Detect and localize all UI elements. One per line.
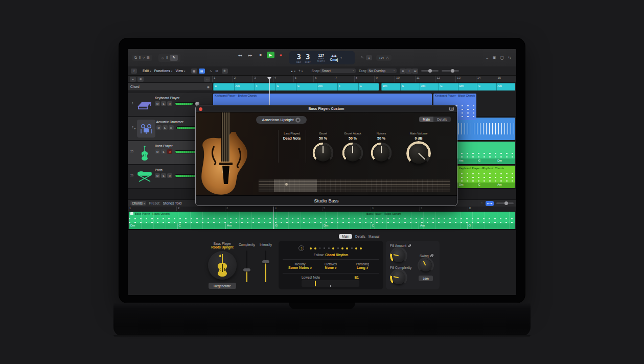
record-enable-button[interactable]: R	[169, 125, 174, 130]
solo-button[interactable]: S	[163, 125, 168, 130]
tab-main[interactable]: Main	[339, 234, 352, 239]
play-button[interactable]: ▶	[267, 52, 274, 58]
loop-tool-icon[interactable]: ⋈	[214, 69, 220, 74]
phrasing-select[interactable]: Long ⇵	[348, 266, 377, 269]
editor-region-roots-upright[interactable]: Bass Player - Roots Upright Bass Player …	[129, 212, 515, 229]
mixer-icon[interactable]: ⦀	[166, 56, 168, 60]
duplicate-track-icon[interactable]: ⊞	[137, 77, 144, 82]
stop-button[interactable]: ■	[257, 52, 264, 58]
link-icon[interactable]: ⇄	[449, 107, 454, 111]
mute-button[interactable]: M	[155, 101, 160, 106]
chord-cell[interactable]: Dm	[322, 223, 371, 229]
player-patch-name[interactable]: Roots Upright	[204, 245, 240, 249]
library-icon[interactable]: ⧉	[134, 56, 137, 60]
marquee-icon[interactable]: ⊟	[412, 69, 418, 74]
chord-cell[interactable]: Am	[419, 223, 467, 229]
lcd-chevron-icon[interactable]: ▾	[340, 56, 342, 59]
h-zoom-slider[interactable]	[421, 70, 439, 72]
add-track-icon[interactable]: +	[130, 77, 136, 82]
close-button[interactable]	[199, 107, 202, 111]
editor-mode-select[interactable]: Chords▾	[130, 201, 146, 206]
track-name[interactable]: Bass Player	[155, 144, 197, 148]
edit-menu[interactable]: Edit▾	[141, 69, 153, 73]
gear-icon[interactable]	[295, 118, 301, 123]
crosshair-icon[interactable]: ⊕	[400, 69, 406, 74]
slider-thumb[interactable]	[262, 260, 269, 263]
intensity-slider[interactable]	[262, 251, 269, 282]
plugin-title-bar[interactable]: Bass Player: Custom ⇄	[196, 105, 457, 112]
chord-cell[interactable]: C	[400, 83, 419, 90]
slider-thumb[interactable]	[315, 281, 316, 286]
v-zoom-slider[interactable]	[442, 70, 459, 72]
chord-cell[interactable]: C	[177, 223, 226, 229]
fade-tool-icon[interactable]: ∿	[208, 69, 214, 74]
chord-cell[interactable]: Dm	[381, 83, 400, 90]
level-meter[interactable]	[175, 150, 197, 153]
preset-value[interactable]: Stories Told	[163, 201, 181, 205]
mute-button[interactable]: M	[155, 149, 160, 154]
record-enable-button[interactable]: R	[167, 173, 172, 178]
solo-button[interactable]: S	[161, 101, 166, 106]
pencil-tool-icon[interactable]: ✎	[361, 56, 364, 60]
bass-style-dial[interactable]	[208, 251, 237, 280]
disclosure-icon[interactable]: ▸	[134, 127, 136, 140]
piano-roll-icon[interactable]: ▤	[199, 69, 205, 74]
chord-cell[interactable]: Am	[496, 83, 515, 90]
follow-value[interactable]: Chord Rhythm	[325, 253, 348, 257]
inspector-icon[interactable]: ⦀	[139, 56, 141, 60]
chord-cell[interactable]: F	[337, 83, 358, 90]
chord-cell[interactable]: G	[467, 223, 516, 229]
complexity-slider[interactable]	[243, 251, 250, 282]
chord-cell[interactable]: Am	[420, 83, 439, 90]
grid-view-icon[interactable]: ▦	[191, 69, 197, 74]
chord-cell[interactable]: C	[477, 83, 496, 90]
melody-select[interactable]: Some Notes ⇵	[286, 266, 314, 269]
fill-complexity-knob[interactable]	[392, 271, 405, 284]
noises-knob[interactable]	[373, 145, 390, 162]
chord-cell[interactable]: C	[296, 83, 317, 90]
flex-icon[interactable]: ✣	[222, 69, 228, 74]
chord-track-power-icon[interactable]: ◉	[207, 85, 210, 88]
chord-cell[interactable]: G	[274, 223, 323, 229]
plugin-window-bass-player[interactable]: Bass Player: Custom ⇄	[195, 105, 457, 206]
solo-button[interactable]: S	[161, 173, 166, 178]
chord-cell[interactable]: Am	[225, 223, 274, 229]
editor-playhead[interactable]	[273, 207, 274, 229]
count-in-icon[interactable]: 1	[366, 55, 372, 60]
swing-knob[interactable]	[420, 259, 432, 271]
toolbar-icon[interactable]: ⊞	[147, 56, 150, 60]
lcd-display[interactable]: 3 BAR 3 BEAT 127 KEEP TEMPO 4/4 Cmaj	[289, 51, 355, 64]
chord-track-header[interactable]: Chord ◉	[128, 83, 212, 91]
mute-button[interactable]: M	[155, 173, 160, 178]
mute-button[interactable]: M	[156, 125, 162, 130]
slider-thumb[interactable]	[451, 69, 454, 73]
rhythm-dots[interactable]	[308, 247, 363, 249]
fretboard-strip[interactable]	[259, 179, 450, 192]
catch-playhead-button[interactable]: ⇤⇥	[486, 201, 494, 206]
fill-amount-knob[interactable]	[392, 249, 405, 262]
lowest-note-slider[interactable]	[302, 280, 359, 287]
main-volume-knob[interactable]	[408, 143, 429, 164]
track-name[interactable]: Acoustic Drummer	[156, 120, 199, 124]
hide-tracks-icon[interactable]: ▭	[204, 77, 210, 82]
plugin-tab-main[interactable]: Main	[419, 117, 433, 122]
media-browser-icon[interactable]: ⇆	[508, 56, 511, 60]
chord-cell[interactable]: F	[255, 83, 275, 90]
pointer-tool-select[interactable]: ▲▾	[289, 69, 297, 73]
octaves-select[interactable]: None ⇵	[317, 266, 344, 269]
chord-cell[interactable]: C	[213, 83, 234, 90]
chord-region-1[interactable]: C Am F G C Am F G	[213, 83, 379, 90]
level-meter[interactable]	[175, 102, 197, 105]
level-meter[interactable]	[175, 174, 197, 177]
quick-help-icon[interactable]: ?	[143, 56, 145, 60]
tab-details[interactable]: Details	[355, 235, 365, 238]
loop-browser-icon[interactable]: ◯	[500, 56, 504, 60]
beat-count-badge[interactable]: 3	[298, 245, 304, 251]
functions-menu[interactable]: Functions▾	[153, 69, 174, 73]
snap-select[interactable]: Smart⌃	[320, 69, 356, 73]
chord-cell[interactable]: C	[371, 223, 419, 229]
editor-zoom-slider[interactable]	[496, 202, 514, 204]
editor-ruler[interactable]: 1 2 3 4 5 6 7 8	[128, 207, 516, 212]
back-icon[interactable]: ⤴	[131, 69, 137, 74]
text-tool-icon[interactable]: I	[406, 69, 412, 74]
